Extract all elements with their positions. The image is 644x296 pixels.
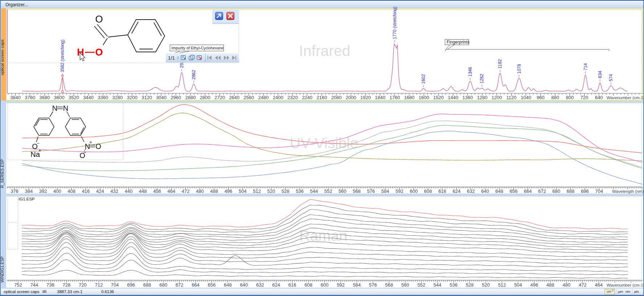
svg-text:480: 480 [196, 188, 204, 194]
svg-text:1770 (stretching): 1770 (stretching) [392, 7, 397, 39]
svg-text:Infrared: Infrared [299, 42, 350, 59]
svg-text:704: 704 [595, 188, 603, 194]
svg-text:384: 384 [25, 188, 33, 194]
svg-text:600: 600 [410, 188, 418, 194]
svg-text:pts: pts [634, 289, 639, 293]
svg-text:714: 714 [583, 63, 588, 70]
svg-text:1282: 1282 [479, 74, 484, 84]
svg-text:688: 688 [143, 282, 151, 288]
svg-text:712: 712 [95, 282, 103, 288]
svg-text:704: 704 [111, 282, 119, 288]
svg-text:584: 584 [381, 188, 389, 194]
svg-text:nm: nm [625, 289, 630, 293]
svg-text:672: 672 [176, 282, 184, 288]
svg-text:2240: 2240 [302, 95, 312, 100]
svg-text:N: N [63, 104, 68, 112]
svg-text:1346: 1346 [468, 67, 473, 77]
svg-text:720: 720 [79, 282, 87, 288]
svg-text:528: 528 [282, 188, 290, 194]
svg-text:2720: 2720 [214, 95, 225, 100]
svg-text:752: 752 [14, 282, 22, 288]
svg-text:optical screen caps: optical screen caps [0, 40, 4, 76]
svg-text:680: 680 [159, 282, 167, 288]
svg-text:680: 680 [553, 188, 561, 194]
svg-text:N: N [52, 104, 57, 112]
svg-text:480: 480 [562, 282, 570, 288]
svg-text:552: 552 [417, 282, 425, 288]
svg-text:1280: 1280 [477, 95, 488, 100]
svg-text:640: 640 [240, 282, 248, 288]
svg-text:432: 432 [110, 188, 118, 194]
svg-text:1760: 1760 [389, 95, 400, 100]
svg-text:536: 536 [450, 282, 458, 288]
svg-text:464: 464 [167, 188, 175, 194]
svg-text:696: 696 [581, 188, 589, 194]
svg-text:Raman: Raman [299, 227, 347, 244]
svg-text:520: 520 [482, 282, 490, 288]
svg-text:3840: 3840 [10, 95, 21, 100]
svg-text:400: 400 [53, 188, 61, 194]
svg-text:R_SERIES.ESP: R_SERIES.ESP [0, 159, 4, 188]
svg-text:Fingerprints: Fingerprints [447, 40, 469, 45]
svg-text:608: 608 [304, 282, 312, 288]
svg-text:640: 640 [481, 188, 489, 194]
svg-text:1200: 1200 [492, 95, 502, 100]
svg-text:2862: 2862 [191, 70, 196, 80]
svg-text:2960: 2960 [171, 95, 181, 100]
svg-text:448: 448 [139, 188, 147, 194]
svg-text:560: 560 [401, 282, 409, 288]
svg-text:488: 488 [546, 282, 554, 288]
svg-text:+: + [38, 148, 41, 153]
svg-text:1680: 1680 [404, 95, 415, 100]
svg-text:664: 664 [192, 282, 200, 288]
svg-text:576: 576 [369, 282, 377, 288]
svg-text:656: 656 [208, 282, 216, 288]
svg-text:488: 488 [210, 188, 218, 194]
svg-text:3582 (stretching): 3582 (stretching) [60, 40, 65, 72]
svg-text:2480: 2480 [258, 95, 269, 100]
svg-text:-1: -1 [611, 289, 614, 292]
svg-text:574: 574 [608, 74, 614, 81]
svg-text:2400: 2400 [273, 95, 283, 100]
svg-text:504: 504 [514, 282, 522, 288]
svg-text:424: 424 [96, 188, 104, 194]
svg-text:544: 544 [434, 282, 442, 288]
svg-text:3120: 3120 [141, 95, 152, 100]
svg-text:1360: 1360 [462, 95, 473, 100]
svg-text:568: 568 [385, 282, 393, 288]
svg-text:1/1: 1/1 [168, 55, 175, 61]
svg-text:1078: 1078 [517, 64, 522, 74]
svg-text:3040: 3040 [156, 95, 167, 100]
svg-text:3280: 3280 [112, 95, 123, 100]
svg-text:1920: 1920 [360, 95, 371, 100]
svg-text:512: 512 [253, 188, 261, 194]
svg-text:648: 648 [495, 188, 503, 194]
svg-text:2640: 2640 [229, 95, 239, 100]
svg-text:608: 608 [424, 188, 432, 194]
svg-text:1120: 1120 [506, 95, 517, 100]
svg-text:632: 632 [467, 188, 475, 194]
svg-text:1520: 1520 [433, 95, 444, 100]
svg-text:1182: 1182 [497, 59, 503, 69]
svg-text:O: O [95, 14, 103, 25]
svg-text:504: 504 [239, 188, 247, 194]
svg-text:664: 664 [524, 188, 532, 194]
svg-text:464: 464 [595, 282, 603, 288]
svg-text:592: 592 [337, 282, 345, 288]
svg-text:3520: 3520 [69, 95, 79, 100]
svg-text:800: 800 [566, 95, 574, 100]
svg-text:456: 456 [153, 188, 161, 194]
svg-text:µm: µm [618, 289, 623, 293]
svg-text:Organizer...: Organizer... [5, 2, 28, 7]
svg-text:408: 408 [67, 188, 75, 194]
svg-text:512: 512 [498, 282, 506, 288]
svg-text:Impurity of Ethyl-Cyclohexane: Impurity of Ethyl-Cyclohexane [172, 46, 223, 50]
svg-text:656: 656 [510, 188, 518, 194]
svg-text:568: 568 [353, 188, 361, 194]
svg-text:744: 744 [30, 282, 38, 288]
svg-text:440: 440 [125, 188, 133, 194]
svg-text:−: − [37, 141, 40, 146]
svg-text:688: 688 [567, 188, 575, 194]
svg-text:696: 696 [127, 282, 135, 288]
svg-text:552: 552 [324, 188, 332, 194]
